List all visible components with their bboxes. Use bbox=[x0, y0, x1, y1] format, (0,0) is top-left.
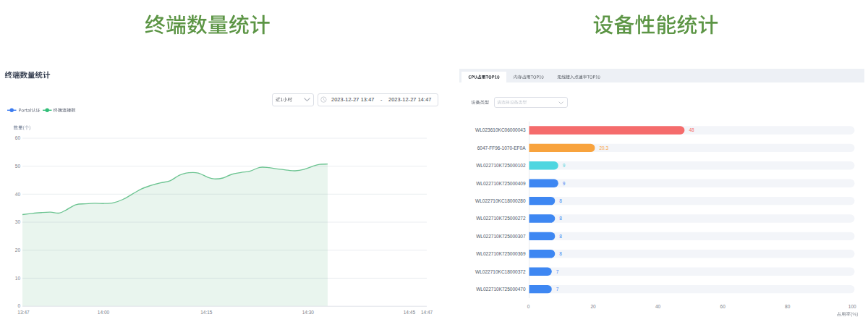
svg-text:WL023610KC06000043: WL023610KC06000043 bbox=[475, 127, 526, 132]
svg-text:WL022710K725000369: WL022710K725000369 bbox=[476, 251, 526, 256]
svg-text:14:00: 14:00 bbox=[98, 310, 110, 315]
svg-text:60: 60 bbox=[15, 135, 21, 140]
svg-text:60: 60 bbox=[720, 304, 726, 309]
svg-text:0: 0 bbox=[17, 303, 20, 308]
svg-text:6047-FF96-1070-EF0A: 6047-FF96-1070-EF0A bbox=[477, 145, 527, 151]
svg-text:WL022710KC18000280: WL022710KC18000280 bbox=[475, 198, 526, 203]
svg-text:48: 48 bbox=[689, 127, 694, 132]
svg-text:WL022710K725000409: WL022710K725000409 bbox=[476, 181, 526, 186]
svg-text:8: 8 bbox=[559, 234, 562, 239]
svg-text:10: 10 bbox=[15, 276, 21, 281]
svg-text:9: 9 bbox=[563, 163, 566, 168]
svg-text:WL022710K725000102: WL022710K725000102 bbox=[476, 163, 526, 168]
svg-text:7: 7 bbox=[556, 287, 559, 292]
svg-text:0: 0 bbox=[527, 304, 530, 309]
svg-text:9: 9 bbox=[563, 181, 566, 186]
svg-text:8: 8 bbox=[559, 198, 562, 203]
svg-text:20: 20 bbox=[15, 248, 21, 253]
svg-text:WL022710KC18000372: WL022710KC18000372 bbox=[475, 269, 526, 274]
svg-text:8: 8 bbox=[559, 251, 562, 256]
svg-text:40: 40 bbox=[655, 304, 661, 309]
svg-text:WL022710K725000307: WL022710K725000307 bbox=[476, 234, 526, 239]
svg-text:WL022710K725000470: WL022710K725000470 bbox=[476, 287, 526, 292]
svg-text:WL022710K725000272: WL022710K725000272 bbox=[476, 216, 526, 221]
svg-text:30: 30 bbox=[15, 219, 21, 224]
svg-text:7: 7 bbox=[556, 269, 559, 274]
svg-text:14:47: 14:47 bbox=[421, 310, 433, 315]
svg-text:20.3: 20.3 bbox=[599, 145, 608, 151]
svg-text:13:47: 13:47 bbox=[17, 310, 30, 315]
svg-text:14:30: 14:30 bbox=[302, 310, 315, 315]
svg-text:40: 40 bbox=[15, 192, 21, 197]
svg-text:8: 8 bbox=[559, 216, 562, 221]
svg-text:80: 80 bbox=[785, 304, 791, 309]
svg-text:20: 20 bbox=[590, 304, 596, 309]
svg-text:14:45: 14:45 bbox=[404, 310, 416, 315]
svg-text:50: 50 bbox=[15, 164, 21, 169]
svg-text:14:15: 14:15 bbox=[200, 310, 213, 315]
